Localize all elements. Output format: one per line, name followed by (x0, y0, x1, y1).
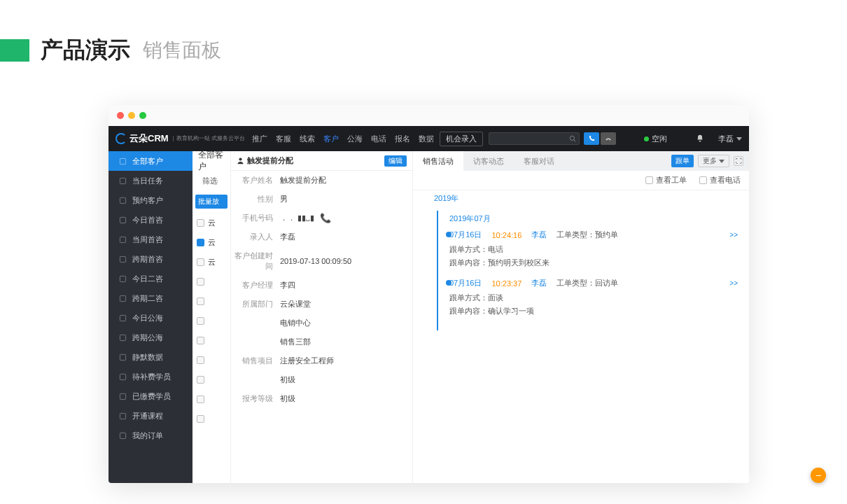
detail-panel: 触发提前分配 编辑 客户姓名触发提前分配性别男手机号码．． ▮▮␣▮ 📞录入人李… (231, 151, 413, 483)
search-input[interactable] (489, 132, 580, 145)
nav-dianhua[interactable]: 电话 (371, 134, 386, 144)
user-icon (118, 157, 127, 165)
nav-kefu[interactable]: 客服 (276, 134, 291, 144)
tab-visitor[interactable]: 访客动态 (463, 151, 514, 171)
checkbox-icon[interactable] (197, 396, 204, 403)
entry-type: 工单类型：回访单 (556, 278, 618, 288)
accent-block (0, 39, 29, 62)
list-row[interactable] (192, 291, 230, 311)
tab-support-chat[interactable]: 客服对话 (514, 151, 564, 171)
list-row[interactable] (192, 330, 230, 350)
entry-expand[interactable]: >> (729, 231, 741, 239)
field-value: 云朵课堂 (280, 299, 311, 309)
list-row[interactable] (192, 350, 230, 370)
detail-field: 报考等级初级 (231, 389, 412, 408)
entry-expand[interactable]: >> (729, 279, 741, 287)
sidebar-item-13[interactable]: 开通课程 (108, 406, 192, 426)
window-close-icon[interactable] (117, 112, 124, 119)
checkbox-icon[interactable] (197, 415, 204, 423)
user-name-label: 李磊 (718, 134, 734, 144)
more-button[interactable]: 更多 (698, 155, 729, 167)
entry-method: 跟单方式：面谈 (449, 291, 741, 304)
nav-baoming[interactable]: 报名 (395, 134, 410, 144)
field-value: ．． ▮▮␣▮ 📞 (280, 213, 331, 223)
checkbox-icon[interactable] (197, 278, 204, 286)
checkbox-icon[interactable] (197, 376, 204, 384)
filter-view-tickets[interactable]: 查看工单 (645, 175, 687, 186)
field-label: 手机号码 (231, 213, 280, 223)
field-label: 录入人 (231, 232, 280, 242)
follow-button[interactable]: 跟单 (671, 155, 694, 167)
nav-shuju[interactable]: 数据 (419, 134, 434, 144)
timeline-dot-icon (446, 280, 451, 286)
list-row[interactable]: 云 (192, 252, 230, 272)
nav-kehu[interactable]: 客户 (323, 134, 339, 144)
call-button[interactable] (584, 132, 599, 145)
paid-icon (118, 392, 127, 400)
svg-rect-10 (120, 315, 125, 321)
nav-tuiguang[interactable]: 推广 (252, 134, 267, 144)
timeline-line: 2019年07月 07月16日10:24:16李磊工单类型：预约单>>跟单方式：… (437, 211, 741, 330)
sidebar-item-2[interactable]: 预约客户 (108, 190, 192, 210)
checkbox-icon[interactable] (197, 239, 204, 246)
list-row[interactable] (192, 370, 230, 389)
timeline-entry: 07月16日10:24:16李磊工单类型：预约单>>跟单方式：电话跟单内容：预约… (449, 230, 741, 278)
sidebar-item-6[interactable]: 今日二咨 (108, 269, 192, 288)
edit-button[interactable]: 编辑 (384, 155, 407, 167)
status[interactable]: 空闲 (644, 134, 667, 144)
field-value: 男 (280, 194, 288, 204)
sidebar-item-14[interactable]: 我的订单 (108, 426, 192, 445)
sidebar-item-4[interactable]: 当周首咨 (108, 230, 192, 249)
filter-label[interactable]: 筛选 (192, 171, 230, 190)
fab-minus[interactable]: − (811, 468, 826, 483)
list-row[interactable] (192, 311, 230, 330)
bell-icon[interactable] (696, 134, 704, 143)
list-row[interactable]: 云 (192, 213, 230, 232)
check-icon (118, 176, 127, 185)
window-max-icon[interactable] (139, 112, 146, 119)
svg-rect-11 (120, 335, 125, 340)
user-menu[interactable]: 李磊 (718, 134, 742, 144)
nav-xiansuo[interactable]: 线索 (300, 134, 315, 144)
detail-field: 客户经理李四 (231, 276, 412, 295)
hangup-button[interactable] (601, 132, 616, 145)
sidebar-item-0[interactable]: 全部客户 (108, 151, 192, 171)
svg-rect-3 (120, 178, 125, 183)
expand-icon[interactable]: ⛶ (734, 156, 743, 166)
sidebar-item-12[interactable]: 已缴费学员 (108, 386, 192, 406)
sidebar-item-1[interactable]: 当日任务 (108, 171, 192, 190)
checkbox-icon[interactable] (197, 317, 204, 325)
sidebar-item-7[interactable]: 跨期二咨 (108, 288, 192, 308)
field-label (231, 318, 280, 328)
list-row[interactable] (192, 272, 230, 291)
list-row[interactable] (192, 389, 230, 409)
sidebar-item-3[interactable]: 今日首咨 (108, 210, 192, 230)
svg-rect-6 (120, 237, 125, 242)
sidebar-item-5[interactable]: 跨期首咨 (108, 249, 192, 269)
sidebar-item-8[interactable]: 今日公海 (108, 308, 192, 328)
status-dot-icon (644, 136, 649, 141)
sidebar-item-9[interactable]: 跨期公海 (108, 328, 192, 347)
checkbox-icon[interactable] (197, 258, 204, 266)
detail-field: 销售三部 (231, 332, 412, 351)
list-row[interactable]: 云 (192, 232, 230, 252)
logo[interactable]: 云朵CRM (115, 132, 169, 145)
checkbox-icon[interactable] (197, 337, 204, 344)
tab-sales-activity[interactable]: 销售活动 (413, 151, 463, 171)
window-min-icon[interactable] (128, 112, 135, 119)
checkbox-icon[interactable] (197, 356, 204, 364)
sidebar-item-10[interactable]: 静默数据 (108, 347, 192, 367)
list-row[interactable] (192, 409, 230, 428)
presentation-header: 产品演示 销售面板 (0, 0, 847, 87)
phone-icon[interactable]: 📞 (320, 213, 331, 223)
checkbox-icon[interactable] (197, 298, 204, 305)
filter-view-calls[interactable]: 查看电话 (699, 175, 741, 186)
presentation-subtitle: 销售面板 (143, 37, 221, 64)
svg-rect-16 (120, 433, 125, 438)
checkbox-icon[interactable] (197, 219, 204, 227)
batch-button[interactable]: 批量放 (195, 195, 227, 209)
field-value: 2019-07-13 00:09:50 (280, 251, 351, 272)
nav-gonghai[interactable]: 公海 (347, 134, 363, 144)
sidebar-item-11[interactable]: 待补费学员 (108, 367, 192, 386)
chance-entry-button[interactable]: 机会录入 (440, 132, 483, 146)
